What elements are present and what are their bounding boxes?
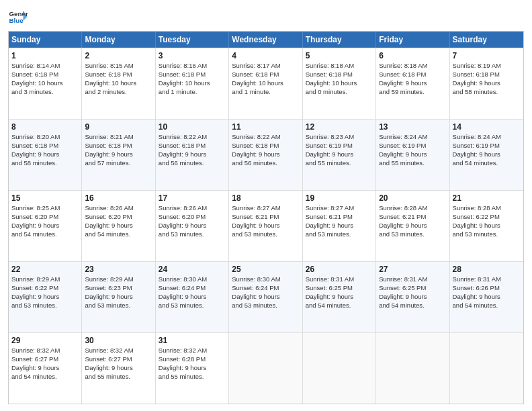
cell-line: Sunrise: 8:32 AM xyxy=(159,347,226,355)
cell-line: and 59 minutes. xyxy=(379,88,446,97)
cell-line: Sunrise: 8:24 AM xyxy=(453,133,521,142)
calendar-cell: 26Sunrise: 8:31 AMSunset: 6:25 PMDayligh… xyxy=(303,262,376,332)
cell-line: Sunset: 6:19 PM xyxy=(453,142,521,150)
cell-line: Sunrise: 8:16 AM xyxy=(159,62,226,71)
calendar-cell: 30Sunrise: 8:32 AMSunset: 6:27 PMDayligh… xyxy=(82,333,155,404)
cell-line: Daylight: 9 hours xyxy=(232,222,299,230)
cell-line: Sunrise: 8:20 AM xyxy=(11,133,79,142)
cell-line: Sunset: 6:23 PM xyxy=(85,284,152,293)
cell-line: Sunset: 6:18 PM xyxy=(85,142,152,150)
weekday-header: Monday xyxy=(82,32,155,48)
calendar-cell: 23Sunrise: 8:29 AMSunset: 6:23 PMDayligh… xyxy=(82,262,155,332)
cell-line: Sunset: 6:24 PM xyxy=(232,284,299,293)
cell-line: Daylight: 9 hours xyxy=(11,364,79,373)
cell-line: Sunset: 6:21 PM xyxy=(379,213,446,222)
calendar-body: 1Sunrise: 8:14 AMSunset: 6:18 PMDaylight… xyxy=(9,48,523,404)
cell-line: and 55 minutes. xyxy=(379,159,446,168)
cell-line: Sunrise: 8:17 AM xyxy=(232,62,299,71)
cell-line: Sunset: 6:18 PM xyxy=(11,142,79,150)
cell-line: Daylight: 9 hours xyxy=(11,150,79,159)
day-number: 21 xyxy=(453,193,521,203)
cell-line: Sunset: 6:18 PM xyxy=(159,142,226,150)
day-number: 22 xyxy=(11,264,79,275)
cell-line: Sunset: 6:19 PM xyxy=(306,142,373,150)
cell-line: Daylight: 9 hours xyxy=(453,293,521,302)
day-number: 13 xyxy=(379,122,446,132)
cell-line: Sunset: 6:21 PM xyxy=(232,213,299,222)
day-number: 31 xyxy=(159,335,226,346)
calendar-cell: 31Sunrise: 8:32 AMSunset: 6:28 PMDayligh… xyxy=(156,333,229,404)
calendar-row: 1Sunrise: 8:14 AMSunset: 6:18 PMDaylight… xyxy=(9,48,523,119)
cell-line: Sunset: 6:18 PM xyxy=(306,71,373,79)
cell-line: Sunrise: 8:18 AM xyxy=(379,62,446,71)
calendar-cell: 20Sunrise: 8:28 AMSunset: 6:21 PMDayligh… xyxy=(376,191,449,261)
calendar-cell: 28Sunrise: 8:31 AMSunset: 6:26 PMDayligh… xyxy=(450,262,523,332)
cell-line: Sunset: 6:20 PM xyxy=(11,213,79,222)
cell-line: and 54 minutes. xyxy=(453,159,521,168)
calendar-cell: 6Sunrise: 8:18 AMSunset: 6:18 PMDaylight… xyxy=(376,48,449,119)
cell-line: Daylight: 9 hours xyxy=(379,150,446,159)
calendar-cell: 5Sunrise: 8:18 AMSunset: 6:18 PMDaylight… xyxy=(303,48,376,119)
cell-line: Daylight: 9 hours xyxy=(379,293,446,302)
day-number: 29 xyxy=(11,335,79,346)
cell-line: and 58 minutes. xyxy=(11,159,79,168)
calendar-cell xyxy=(450,333,523,404)
day-number: 28 xyxy=(453,264,521,275)
cell-line: Daylight: 9 hours xyxy=(159,150,226,159)
calendar-row: 8Sunrise: 8:20 AMSunset: 6:18 PMDaylight… xyxy=(9,119,523,190)
cell-line: Daylight: 10 hours xyxy=(159,79,226,88)
calendar-cell xyxy=(229,333,302,404)
cell-line: Sunset: 6:18 PM xyxy=(232,71,299,79)
cell-line: Sunset: 6:22 PM xyxy=(453,213,521,222)
day-number: 12 xyxy=(306,122,373,132)
cell-line: Sunset: 6:19 PM xyxy=(379,142,446,150)
cell-line: Sunset: 6:20 PM xyxy=(85,213,152,222)
cell-line: Daylight: 9 hours xyxy=(306,293,373,302)
day-number: 25 xyxy=(232,264,299,275)
cell-line: and 53 minutes. xyxy=(232,230,299,239)
cell-line: Sunrise: 8:23 AM xyxy=(306,133,373,142)
cell-line: Sunset: 6:24 PM xyxy=(159,284,226,293)
cell-line: and 56 minutes. xyxy=(159,159,226,168)
day-number: 9 xyxy=(85,122,152,132)
day-number: 6 xyxy=(379,50,446,61)
calendar-cell: 25Sunrise: 8:30 AMSunset: 6:24 PMDayligh… xyxy=(229,262,302,332)
cell-line: Daylight: 9 hours xyxy=(453,150,521,159)
calendar-cell: 24Sunrise: 8:30 AMSunset: 6:24 PMDayligh… xyxy=(156,262,229,332)
day-number: 5 xyxy=(306,50,373,61)
cell-line: and 55 minutes. xyxy=(85,373,152,381)
cell-line: Sunrise: 8:30 AM xyxy=(232,275,299,284)
cell-line: and 0 minutes. xyxy=(306,88,373,97)
cell-line: Sunrise: 8:27 AM xyxy=(306,204,373,213)
cell-line: Daylight: 10 hours xyxy=(11,79,79,88)
cell-line: Sunset: 6:18 PM xyxy=(85,71,152,79)
cell-line: Sunset: 6:26 PM xyxy=(453,284,521,293)
calendar-cell: 27Sunrise: 8:31 AMSunset: 6:25 PMDayligh… xyxy=(376,262,449,332)
cell-line: Sunrise: 8:31 AM xyxy=(453,275,521,284)
day-number: 2 xyxy=(85,50,152,61)
cell-line: and 53 minutes. xyxy=(159,302,226,310)
day-number: 19 xyxy=(306,193,373,203)
calendar-cell: 4Sunrise: 8:17 AMSunset: 6:18 PMDaylight… xyxy=(229,48,302,119)
calendar-container: General Blue SundayMondayTuesdayWednesda… xyxy=(0,0,532,411)
cell-line: Sunrise: 8:15 AM xyxy=(85,62,152,71)
cell-line: and 54 minutes. xyxy=(85,230,152,239)
day-number: 14 xyxy=(453,122,521,132)
cell-line: Sunset: 6:18 PM xyxy=(453,71,521,79)
logo: General Blue xyxy=(8,7,28,27)
day-number: 30 xyxy=(85,335,152,346)
cell-line: Daylight: 9 hours xyxy=(11,293,79,302)
calendar-row: 29Sunrise: 8:32 AMSunset: 6:27 PMDayligh… xyxy=(9,332,523,404)
cell-line: Daylight: 9 hours xyxy=(159,293,226,302)
calendar-cell: 19Sunrise: 8:27 AMSunset: 6:21 PMDayligh… xyxy=(303,191,376,261)
cell-line: Sunrise: 8:29 AM xyxy=(85,275,152,284)
cell-line: Daylight: 9 hours xyxy=(306,150,373,159)
cell-line: and 54 minutes. xyxy=(379,302,446,310)
calendar-row: 22Sunrise: 8:29 AMSunset: 6:22 PMDayligh… xyxy=(9,261,523,332)
cell-line: Daylight: 10 hours xyxy=(85,79,152,88)
day-number: 17 xyxy=(159,193,226,203)
calendar-cell: 16Sunrise: 8:26 AMSunset: 6:20 PMDayligh… xyxy=(82,191,155,261)
logo-icon: General Blue xyxy=(8,7,28,27)
cell-line: and 53 minutes. xyxy=(85,302,152,310)
calendar-cell: 7Sunrise: 8:19 AMSunset: 6:18 PMDaylight… xyxy=(450,48,523,119)
